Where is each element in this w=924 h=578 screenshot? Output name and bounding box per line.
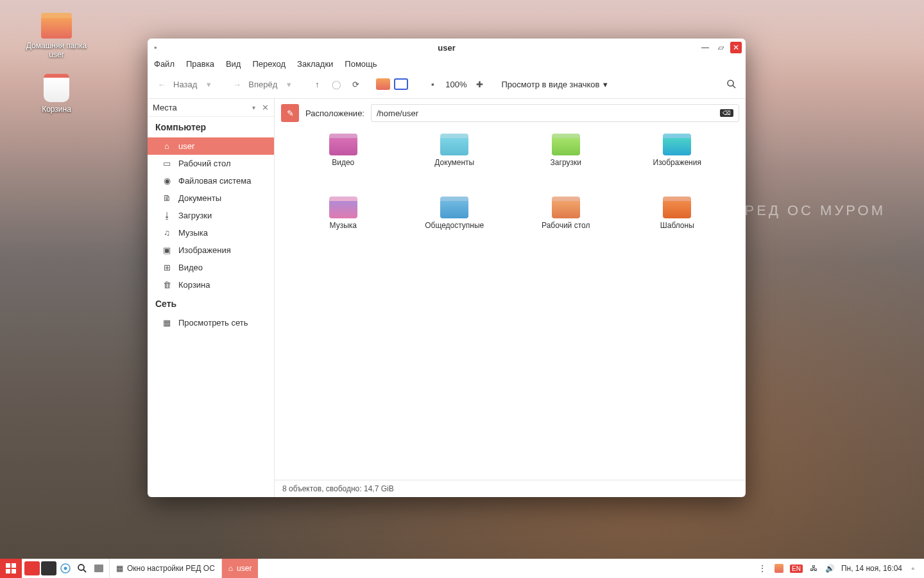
sidebar-item-4[interactable]: ⭳Загрузки bbox=[148, 207, 274, 224]
minimize-button[interactable]: — bbox=[699, 42, 711, 53]
clock[interactable]: Пн, 14 ноя, 16:04 bbox=[841, 564, 902, 573]
menu-go[interactable]: Переход bbox=[252, 59, 286, 69]
sidebar-item-0[interactable]: ⌂user bbox=[148, 137, 274, 155]
reload-button[interactable]: ⟳ bbox=[348, 76, 363, 92]
task-icon: ⌂ bbox=[228, 564, 233, 573]
titlebar[interactable]: • user — ▱ ✕ bbox=[148, 39, 746, 57]
forward-button[interactable]: → bbox=[229, 76, 244, 92]
file-name: Видео bbox=[332, 158, 354, 167]
sidebar-section-network: Сеть bbox=[148, 293, 274, 314]
file-item-4[interactable]: Музыка bbox=[287, 197, 399, 254]
folder-icon bbox=[440, 197, 468, 218]
folder-icon bbox=[663, 197, 691, 218]
sidebar-item-icon: ▦ bbox=[162, 318, 172, 328]
up-button[interactable]: ↑ bbox=[309, 76, 325, 92]
sidebar-item-label: Файловая система bbox=[178, 176, 251, 186]
home-folder-icon bbox=[41, 13, 72, 39]
stop-button[interactable]: ◯ bbox=[329, 76, 344, 92]
menu-file[interactable]: Файл bbox=[154, 59, 175, 69]
sidebar-item-label: user bbox=[178, 141, 194, 151]
pinned-app-terminal[interactable] bbox=[41, 561, 56, 575]
file-item-3[interactable]: Изображения bbox=[622, 134, 733, 191]
svg-line-5 bbox=[83, 570, 86, 572]
sidebar-panel-title: Места bbox=[153, 103, 177, 112]
desktop-icon-trash[interactable]: Корзина bbox=[18, 74, 95, 114]
view-mode-selector[interactable]: Просмотр в виде значков ▾ bbox=[502, 80, 608, 89]
desktop-icon-label: Домашняя папка user bbox=[18, 41, 95, 60]
pinned-app-1[interactable] bbox=[24, 561, 40, 575]
desktop-icon-home[interactable]: Домашняя папка user bbox=[18, 13, 95, 60]
sidebar-item-7[interactable]: ⊞Видео bbox=[148, 259, 274, 276]
volume-icon[interactable]: 🔊 bbox=[825, 563, 836, 574]
sidebar-item-2[interactable]: ◉Файловая система bbox=[148, 172, 274, 189]
task-label: user bbox=[237, 564, 252, 573]
svg-line-1 bbox=[733, 85, 735, 88]
file-item-2[interactable]: Загрузки bbox=[510, 134, 622, 191]
computer-button[interactable] bbox=[394, 78, 408, 90]
sidebar-item-8[interactable]: 🗑Корзина bbox=[148, 276, 274, 293]
sidebar-network-item-0[interactable]: ▦Просмотреть сеть bbox=[148, 314, 274, 331]
show-desktop-button[interactable] bbox=[91, 561, 107, 575]
location-bar: ✎ Расположение: /home/user ⌫ bbox=[275, 99, 746, 127]
file-item-7[interactable]: Шаблоны bbox=[622, 197, 733, 254]
svg-point-0 bbox=[728, 80, 733, 86]
file-name: Музыка bbox=[330, 221, 357, 230]
sidebar-panel-dropdown[interactable]: ▾ bbox=[252, 104, 255, 111]
sidebar-item-icon: ⌂ bbox=[162, 141, 172, 151]
taskbar-task-1[interactable]: ⌂user bbox=[221, 559, 259, 578]
network-icon[interactable]: 🖧 bbox=[808, 563, 819, 574]
file-name: Общедоступные bbox=[425, 221, 484, 230]
zoom-in-button[interactable]: ✚ bbox=[472, 76, 488, 92]
menu-view[interactable]: Вид bbox=[226, 59, 241, 69]
sidebar-section-computer: Компьютер bbox=[148, 117, 274, 137]
maximize-button[interactable]: ▱ bbox=[715, 42, 726, 53]
search-button[interactable] bbox=[724, 76, 739, 92]
zoom-out-button[interactable]: ▪ bbox=[425, 76, 440, 92]
sidebar-item-1[interactable]: ▭Рабочий стол bbox=[148, 155, 274, 172]
home-button[interactable] bbox=[376, 78, 390, 90]
path-input[interactable]: /home/user ⌫ bbox=[371, 104, 739, 122]
sidebar-item-icon: 🗑 bbox=[162, 280, 172, 290]
edit-path-button[interactable]: ✎ bbox=[281, 104, 299, 122]
window-menu-icon[interactable]: • bbox=[154, 43, 157, 53]
forward-history-dropdown[interactable]: ▾ bbox=[281, 76, 296, 92]
desktop-icon-label: Корзина bbox=[18, 105, 95, 114]
sidebar-item-6[interactable]: ▣Изображения bbox=[148, 241, 274, 259]
clear-path-button[interactable]: ⌫ bbox=[720, 109, 733, 117]
pinned-app-browser[interactable] bbox=[58, 561, 73, 575]
forward-label: Вперёд bbox=[248, 80, 277, 89]
menu-help[interactable]: Помощь bbox=[345, 59, 377, 69]
sidebar-item-label: Документы bbox=[178, 193, 221, 203]
close-button[interactable]: ✕ bbox=[730, 42, 742, 53]
sidebar-item-icon: ♫ bbox=[162, 228, 172, 238]
tray-app-icon[interactable] bbox=[773, 563, 785, 574]
sidebar-item-3[interactable]: 🗎Документы bbox=[148, 189, 274, 207]
sidebar-panel-header: Места ▾ ✕ bbox=[148, 99, 274, 117]
task-label: Окно настройки РЕД ОС bbox=[127, 564, 215, 573]
taskbar-task-0[interactable]: ▦Окно настройки РЕД ОС bbox=[109, 559, 221, 578]
file-grid[interactable]: ВидеоДокументыЗагрузкиИзображенияМузыкаО… bbox=[275, 127, 746, 480]
menu-bookmarks[interactable]: Закладки bbox=[297, 59, 333, 69]
folder-icon bbox=[663, 134, 691, 155]
back-history-dropdown[interactable]: ▾ bbox=[201, 76, 216, 92]
sidebar-item-label: Рабочий стол bbox=[178, 159, 231, 168]
search-icon bbox=[726, 79, 737, 89]
start-button[interactable] bbox=[0, 559, 22, 578]
sidebar-item-5[interactable]: ♫Музыка bbox=[148, 224, 274, 241]
file-item-1[interactable]: Документы bbox=[399, 134, 511, 191]
file-item-0[interactable]: Видео bbox=[287, 134, 399, 191]
file-item-5[interactable]: Общедоступные bbox=[399, 197, 511, 254]
sidebar-panel-close[interactable]: ✕ bbox=[262, 103, 269, 112]
statusbar: 8 объектов, свободно: 14,7 GiB bbox=[275, 480, 746, 497]
back-button[interactable]: ← bbox=[154, 76, 169, 92]
svg-point-4 bbox=[78, 565, 84, 570]
menu-edit[interactable]: Правка bbox=[186, 59, 214, 69]
trash-icon bbox=[44, 74, 69, 102]
tray-menu-icon[interactable]: ⋮ bbox=[757, 563, 768, 574]
language-indicator[interactable]: EN bbox=[790, 565, 803, 573]
file-item-6[interactable]: Рабочий стол bbox=[510, 197, 622, 254]
pinned-app-search[interactable] bbox=[74, 561, 90, 575]
tray-end-icon[interactable]: ▫ bbox=[907, 563, 919, 574]
main-pane: ✎ Расположение: /home/user ⌫ ВидеоДокуме… bbox=[275, 99, 746, 497]
watermark-text: РЕД ОС МУРОМ bbox=[745, 202, 886, 219]
